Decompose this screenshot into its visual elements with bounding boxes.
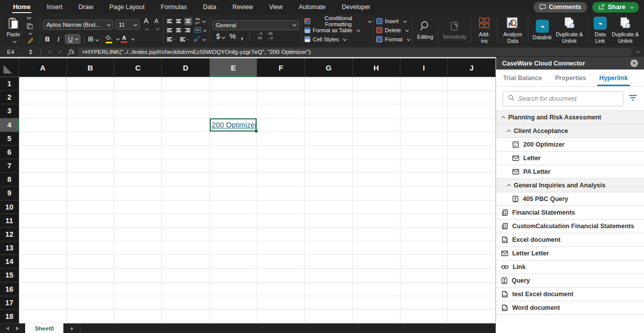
cell-f2[interactable] bbox=[257, 91, 305, 104]
duplicate-unlink-2-button[interactable]: Duplicate & Unlink bbox=[610, 16, 641, 44]
cell-c9[interactable] bbox=[114, 186, 162, 200]
cell-a16[interactable] bbox=[19, 283, 67, 296]
menu-tab-insert[interactable]: Insert bbox=[39, 0, 70, 14]
cell-d10[interactable] bbox=[162, 201, 210, 214]
document-row-planning-and-risk-assessment[interactable]: Planning and Risk Assessment bbox=[496, 110, 644, 124]
cell-g18[interactable] bbox=[305, 310, 353, 323]
cell-a10[interactable] bbox=[19, 201, 67, 214]
row-header-2[interactable]: 2 bbox=[0, 91, 19, 104]
cell-d17[interactable] bbox=[162, 296, 210, 310]
confirm-entry-button[interactable]: ✓ bbox=[58, 48, 63, 55]
cell-f17[interactable] bbox=[257, 296, 305, 310]
cell-b14[interactable] bbox=[67, 255, 115, 269]
cell-c18[interactable] bbox=[114, 310, 162, 323]
cell-i6[interactable] bbox=[400, 146, 448, 159]
document-row-client-acceptance[interactable]: Client Acceptance bbox=[496, 124, 644, 138]
cell-b2[interactable] bbox=[67, 91, 115, 104]
cell-g16[interactable] bbox=[305, 283, 353, 296]
font-color-button[interactable]: A bbox=[121, 35, 127, 43]
cell-e9[interactable] bbox=[210, 186, 258, 200]
cell-h12[interactable] bbox=[353, 228, 400, 241]
cell-d6[interactable] bbox=[162, 146, 210, 159]
cell-c6[interactable] bbox=[114, 146, 162, 159]
cell-d1[interactable] bbox=[162, 77, 210, 91]
search-input[interactable] bbox=[518, 95, 618, 102]
cancel-entry-button[interactable]: × bbox=[48, 48, 52, 55]
row-header-16[interactable]: 16 bbox=[0, 283, 19, 296]
align-left-button[interactable] bbox=[166, 27, 173, 34]
decrease-decimal-button[interactable]: .00→0 bbox=[267, 32, 273, 40]
increase-decimal-button[interactable]: ←0.00 bbox=[257, 32, 262, 40]
cell-a8[interactable] bbox=[19, 173, 67, 186]
cell-a11[interactable] bbox=[19, 214, 67, 228]
cell-e2[interactable] bbox=[210, 91, 258, 104]
cell-g4[interactable] bbox=[305, 118, 353, 132]
document-row-link[interactable]: Link bbox=[496, 260, 644, 274]
row-header-6[interactable]: 6 bbox=[0, 146, 19, 159]
document-row-excel-document[interactable]: XLSExcel document bbox=[496, 233, 644, 246]
row-header-3[interactable]: 3 bbox=[0, 104, 19, 118]
cell-i17[interactable] bbox=[400, 296, 448, 310]
cell-c11[interactable] bbox=[114, 214, 162, 228]
cell-b8[interactable] bbox=[67, 173, 115, 186]
datalink-button[interactable]: ⌁ Datalink bbox=[531, 16, 554, 44]
active-cell-hyperlink[interactable]: 200 Optimizer bbox=[212, 121, 257, 129]
cell-e8[interactable] bbox=[210, 173, 258, 186]
cell-f15[interactable] bbox=[257, 269, 305, 282]
cell-a13[interactable] bbox=[19, 241, 67, 255]
cell-h11[interactable] bbox=[353, 214, 400, 228]
cell-j8[interactable] bbox=[448, 173, 496, 186]
panel-tab-trial-balance[interactable]: Trial Balance bbox=[503, 70, 542, 86]
filter-button[interactable] bbox=[628, 94, 637, 103]
cell-f6[interactable] bbox=[257, 146, 305, 159]
cell-f9[interactable] bbox=[257, 186, 305, 200]
row-header-4[interactable]: 4 bbox=[0, 118, 19, 132]
delete-cells-button[interactable]: Delete bbox=[376, 26, 410, 34]
cell-h15[interactable] bbox=[353, 269, 400, 282]
cell-h5[interactable] bbox=[353, 132, 400, 146]
column-header-h[interactable]: H bbox=[353, 58, 400, 77]
cell-g1[interactable] bbox=[305, 77, 353, 91]
text-orientation-button[interactable]: ab↗ bbox=[192, 36, 207, 43]
cell-d8[interactable] bbox=[162, 173, 210, 186]
cell-h16[interactable] bbox=[353, 283, 400, 296]
cell-e7[interactable] bbox=[210, 159, 258, 173]
cell-c1[interactable] bbox=[114, 77, 162, 91]
cell-c3[interactable] bbox=[114, 104, 162, 118]
menu-tab-home[interactable]: Home bbox=[5, 0, 39, 14]
sensitivity-button[interactable]: Sensitivity bbox=[441, 16, 468, 44]
cell-i16[interactable] bbox=[400, 283, 448, 296]
underline-button[interactable]: U bbox=[65, 34, 80, 44]
column-header-e[interactable]: E bbox=[210, 58, 258, 77]
cell-i8[interactable] bbox=[400, 173, 448, 186]
menu-tab-view[interactable]: View bbox=[261, 0, 291, 14]
menu-tab-data[interactable]: Data bbox=[195, 0, 224, 14]
cell-a1[interactable] bbox=[19, 77, 67, 91]
row-header-7[interactable]: 7 bbox=[0, 159, 19, 173]
cell-j12[interactable] bbox=[448, 228, 496, 241]
cell-d14[interactable] bbox=[162, 255, 210, 269]
document-row-general-inquiries-and-analysis[interactable]: General Inquiries and Analysis bbox=[496, 178, 644, 192]
merge-center-button[interactable] bbox=[193, 27, 207, 34]
menu-tab-developer[interactable]: Developer bbox=[334, 0, 378, 14]
cell-i2[interactable] bbox=[400, 91, 448, 104]
data-link-button[interactable]: ⌁ Data Link bbox=[591, 16, 610, 44]
cell-e11[interactable] bbox=[210, 214, 258, 228]
cell-h8[interactable] bbox=[353, 173, 400, 186]
cell-f16[interactable] bbox=[257, 283, 305, 296]
row-header-12[interactable]: 12 bbox=[0, 228, 19, 241]
formula-input[interactable]: =HYPERLINK("../../index.jsp#/checklist/r… bbox=[78, 48, 631, 56]
cell-c15[interactable] bbox=[114, 269, 162, 282]
cell-f12[interactable] bbox=[257, 228, 305, 241]
cell-g5[interactable] bbox=[305, 132, 353, 146]
document-row-query[interactable]: Query bbox=[496, 274, 644, 287]
cell-c7[interactable] bbox=[114, 159, 162, 173]
cell-f11[interactable] bbox=[257, 214, 305, 228]
cell-b18[interactable] bbox=[67, 310, 115, 323]
addins-button[interactable]: Add-ins bbox=[474, 16, 495, 44]
borders-button[interactable]: ⊞ bbox=[88, 35, 99, 43]
column-header-a[interactable]: A bbox=[19, 58, 67, 77]
cell-h6[interactable] bbox=[353, 146, 400, 159]
cut-button[interactable]: ✂ bbox=[26, 15, 37, 22]
duplicate-unlink-button[interactable]: Duplicate & Unlink bbox=[554, 16, 585, 44]
